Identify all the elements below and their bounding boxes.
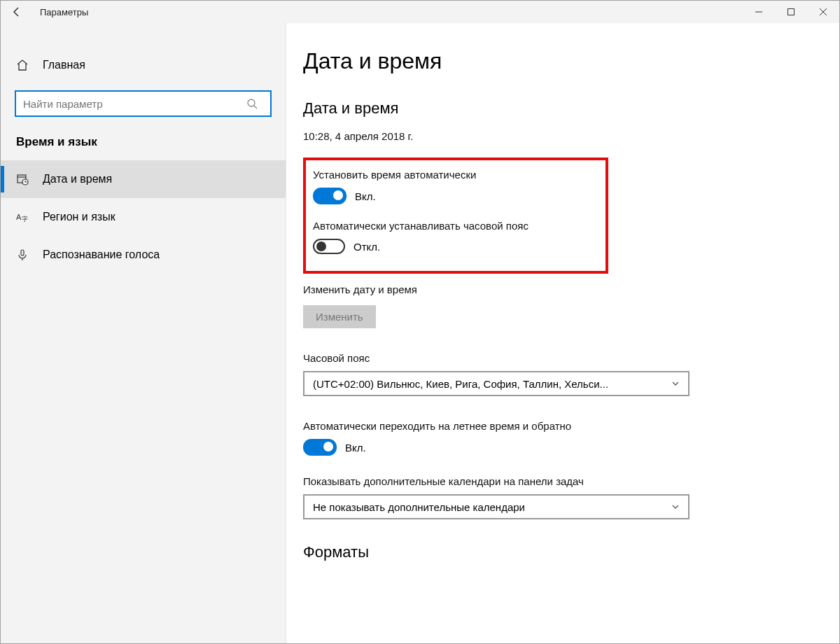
svg-rect-11 <box>21 250 24 255</box>
svg-rect-1 <box>788 9 794 15</box>
timezone-value: (UTC+02:00) Вильнюс, Киев, Рига, София, … <box>313 378 608 390</box>
nav-home-label: Главная <box>43 59 85 71</box>
dst-toggle[interactable] <box>303 439 337 456</box>
home-icon <box>16 59 30 71</box>
timezone-dropdown[interactable]: (UTC+02:00) Вильнюс, Киев, Рига, София, … <box>303 371 690 396</box>
auto-timezone-toggle[interactable] <box>313 239 345 254</box>
titlebar: Параметры <box>1 1 839 23</box>
auto-timezone-label: Автоматически устанавливать часовой пояс <box>313 220 593 232</box>
search-field[interactable] <box>16 98 246 110</box>
back-button[interactable] <box>1 1 33 23</box>
section-date-time-title: Дата и время <box>303 99 839 118</box>
dst-label: Автоматически переходить на летнее время… <box>303 420 839 432</box>
page-title: Дата и время <box>303 48 839 74</box>
close-button[interactable] <box>807 1 839 23</box>
sidebar-item-label: Регион и язык <box>43 211 115 223</box>
sidebar-item-speech[interactable]: Распознавание голоса <box>1 236 286 274</box>
maximize-button[interactable] <box>775 1 807 23</box>
settings-window: Параметры Главная <box>0 0 840 644</box>
auto-time-state: Вкл. <box>355 190 376 202</box>
svg-point-4 <box>248 99 255 106</box>
extra-calendars-label: Показывать дополнительные календари на п… <box>303 475 839 487</box>
sidebar-item-label: Дата и время <box>43 173 112 186</box>
sidebar-item-label: Распознавание голоса <box>43 248 160 261</box>
window-title: Параметры <box>40 7 88 18</box>
dst-state: Вкл. <box>345 442 366 454</box>
svg-text:А: А <box>16 213 22 221</box>
search-input[interactable] <box>15 90 272 117</box>
nav-home[interactable]: Главная <box>1 50 286 80</box>
auto-timezone-state: Откл. <box>354 241 380 253</box>
sidebar-category: Время и язык <box>1 135 286 160</box>
minimize-button[interactable] <box>743 1 775 23</box>
change-datetime-button: Изменить <box>303 305 376 328</box>
calendar-clock-icon <box>16 173 30 186</box>
sidebar-item-date-time[interactable]: Дата и время <box>1 160 286 198</box>
extra-calendars-dropdown[interactable]: Не показывать дополнительные календари <box>303 494 690 519</box>
change-datetime-label: Изменить дату и время <box>303 284 839 295</box>
svg-line-5 <box>254 106 257 108</box>
auto-time-toggle[interactable] <box>313 188 346 204</box>
sidebar-item-region-language[interactable]: А字 Регион и язык <box>1 198 286 236</box>
sidebar: Главная Время и язык Дата и время <box>1 23 286 643</box>
search-icon <box>246 98 270 109</box>
chevron-down-icon <box>671 503 680 511</box>
chevron-down-icon <box>671 379 680 388</box>
current-datetime: 10:28, 4 апреля 2018 г. <box>303 130 839 142</box>
extra-calendars-value: Не показывать дополнительные календари <box>313 501 525 513</box>
language-icon: А字 <box>16 211 30 223</box>
auto-time-label: Установить время автоматически <box>313 169 593 181</box>
highlight-annotation: Установить время автоматически Вкл. Авто… <box>303 158 608 274</box>
svg-text:字: 字 <box>22 216 28 223</box>
main-content: Дата и время Дата и время 10:28, 4 апрел… <box>286 23 839 643</box>
section-formats-title: Форматы <box>303 543 839 561</box>
microphone-icon <box>16 248 30 261</box>
timezone-label: Часовой пояс <box>303 352 839 364</box>
